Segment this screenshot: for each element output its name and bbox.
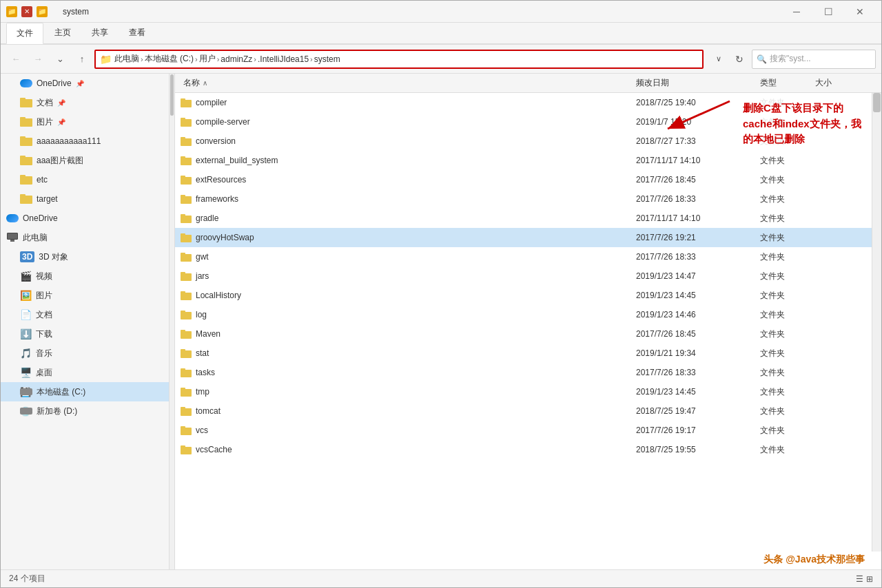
sort-arrow-icon: ∧ [203, 79, 207, 87]
col-size-header[interactable]: 大小 [810, 74, 879, 92]
table-row[interactable]: compile-server 2019/1/7 15:20 文件夹 [175, 112, 881, 132]
refresh-button[interactable]: ↻ [730, 50, 749, 69]
file-name-cell: jars [178, 271, 630, 281]
search-icon: 🔍 [757, 54, 767, 64]
sidebar-item-video[interactable]: 🎬 视频 [1, 266, 169, 286]
col-type-header[interactable]: 类型 [755, 74, 810, 92]
file-name-cell: LocalHistory [178, 291, 630, 300]
list-view-icon[interactable]: ☰ [856, 574, 863, 584]
sidebar-item-3d[interactable]: 3D 3D 对象 [1, 247, 169, 266]
table-row[interactable]: groovyHotSwap 2017/7/26 19:21 文件夹 [175, 228, 881, 247]
file-type: 文件夹 [755, 193, 810, 205]
col-name-header[interactable]: 名称 ∧ [178, 74, 630, 92]
up-button[interactable]: ↑ [72, 50, 92, 69]
minimize-button[interactable]: ─ [781, 1, 812, 23]
table-row[interactable]: tmp 2019/1/23 14:45 文件夹 [175, 382, 881, 401]
back-button[interactable]: ← [6, 50, 25, 69]
bread-system[interactable]: system [314, 54, 340, 64]
tab-share[interactable]: 共享 [82, 23, 118, 43]
bread-c[interactable]: 本地磁盘 (C:) [145, 53, 194, 65]
table-row[interactable]: gradle 2017/11/17 14:10 文件夹 [175, 209, 881, 228]
table-row[interactable]: Maven 2017/7/26 18:45 文件夹 [175, 324, 881, 344]
file-name-cell: gradle [178, 213, 630, 223]
file-type: 文件夹 [755, 406, 810, 417]
col-date-header[interactable]: 频改日期 [630, 74, 755, 92]
file-date: 2018/7/27 17:33 [630, 136, 755, 146]
bread-pc[interactable]: 此电脑 [114, 53, 139, 65]
table-row[interactable]: tasks 2017/7/26 18:33 文件夹 [175, 363, 881, 382]
file-name-cell: vcs [178, 426, 630, 435]
file-date: 2017/7/26 19:17 [630, 426, 755, 435]
file-date: 2019/1/23 14:45 [630, 387, 755, 397]
sidebar-item-aaa-pics[interactable]: aaa图片截图 [1, 151, 169, 170]
close-button[interactable]: ✕ [844, 1, 876, 23]
sidebar-item-target[interactable]: target [1, 189, 169, 209]
title-icon-2: ✕ [21, 6, 32, 17]
title-bar: 📁 ✕ 📁 system ─ ☐ ✕ [1, 1, 881, 23]
picture-icon: 🖼️ [20, 290, 32, 301]
maximize-button[interactable]: ☐ [812, 1, 844, 23]
table-row[interactable]: conversion 2018/7/27 17:33 文件夹 [175, 132, 881, 151]
table-row[interactable]: vcsCache 2018/7/25 19:55 文件夹 [175, 440, 881, 459]
content-scrollbar[interactable] [872, 93, 881, 552]
file-date: 2018/7/25 19:55 [630, 445, 755, 454]
sidebar-item-c-drive[interactable]: 💾 本地磁盘 (C:) [1, 382, 169, 401]
sidebar-item-onedrive[interactable]: OneDrive [1, 209, 169, 228]
table-row[interactable]: external_build_system 2017/11/17 14:10 文… [175, 151, 881, 170]
sidebar: OneDrive 📌 文档 📌 图片 📌 aaaaaaaaaaa111 aaa图… [1, 74, 170, 569]
sidebar-item-downloads[interactable]: ⬇️ 下载 [1, 324, 169, 344]
forward-button[interactable]: → [28, 50, 48, 69]
file-date: 2018/7/25 19:47 [630, 406, 755, 416]
sidebar-item-etc[interactable]: etc [1, 170, 169, 189]
table-row[interactable]: tomcat 2018/7/25 19:47 文件夹 [175, 401, 881, 421]
tab-file[interactable]: 文件 [6, 23, 43, 44]
search-box[interactable]: 🔍 搜索"syst... [752, 50, 876, 69]
file-type: 文件夹 [755, 425, 810, 437]
sidebar-item-desktop[interactable]: 🖥️ 桌面 [1, 363, 169, 382]
file-name-cell: log [178, 310, 630, 319]
file-name: frameworks [196, 194, 238, 204]
file-name: stat [196, 348, 209, 358]
folder-icon-address: 📁 [100, 54, 112, 65]
sidebar-item-aaaa[interactable]: aaaaaaaaaaa111 [1, 132, 169, 151]
bread-users[interactable]: 用户 [199, 53, 216, 65]
sidebar-item-onedrive-quick[interactable]: OneDrive 📌 [1, 74, 169, 93]
table-row[interactable]: extResources 2017/7/26 18:45 文件夹 [175, 170, 881, 189]
path-dropdown-button[interactable]: ∨ [709, 50, 728, 69]
table-row[interactable]: stat 2019/1/21 19:34 文件夹 [175, 344, 881, 363]
sidebar-item-this-pc[interactable]: 此电脑 [1, 228, 169, 247]
file-name-cell: gwt [178, 252, 630, 262]
table-row[interactable]: vcs 2017/7/26 19:17 文件夹 [175, 421, 881, 440]
table-row[interactable]: LocalHistory 2019/1/23 14:45 文件夹 [175, 286, 881, 305]
file-type: 文件夹 [755, 386, 810, 398]
table-row[interactable]: jars 2019/1/23 14:47 文件夹 [175, 266, 881, 286]
bread-idea[interactable]: .IntelliJIdea15 [258, 54, 309, 64]
folder-icon [20, 117, 32, 127]
table-row[interactable]: frameworks 2017/7/26 18:33 文件夹 [175, 189, 881, 209]
onedrive-icon [20, 79, 32, 87]
tab-view[interactable]: 查看 [119, 23, 155, 43]
sidebar-label: 视频 [36, 271, 52, 282]
sidebar-item-pictures[interactable]: 🖼️ 图片 [1, 286, 169, 305]
table-row[interactable]: log 2019/1/23 14:46 文件夹 [175, 305, 881, 324]
sidebar-item-documents-quick[interactable]: 文档 📌 [1, 93, 169, 112]
folder-icon [20, 98, 32, 107]
sidebar-item-music[interactable]: 🎵 音乐 [1, 344, 169, 363]
sidebar-item-documents[interactable]: 📄 文档 [1, 305, 169, 324]
file-name-cell: tomcat [178, 406, 630, 416]
bread-admin[interactable]: adminZz [220, 54, 252, 64]
table-row[interactable]: gwt 2017/7/26 18:33 文件夹 [175, 247, 881, 266]
sidebar-item-d-drive[interactable]: 💿 新加卷 (D:) [1, 401, 169, 421]
address-box[interactable]: 📁 此电脑 › 本地磁盘 (C:) › 用户 › adminZz › .Inte… [94, 50, 704, 69]
file-date: 2019/1/23 14:47 [630, 271, 755, 281]
file-type: 文件夹 [755, 444, 810, 456]
grid-view-icon[interactable]: ⊞ [866, 574, 873, 584]
dropdown-button[interactable]: ⌄ [50, 50, 70, 69]
table-row[interactable]: compiler 2018/7/25 19:40 文件夹 [175, 93, 881, 112]
sidebar-item-pictures-quick[interactable]: 图片 📌 [1, 112, 169, 132]
folder-icon [20, 156, 32, 165]
tab-home[interactable]: 主页 [45, 23, 81, 43]
sidebar-scrollbar[interactable] [170, 74, 175, 569]
file-date: 2018/7/25 19:40 [630, 98, 755, 107]
col-name-label: 名称 [183, 77, 200, 89]
